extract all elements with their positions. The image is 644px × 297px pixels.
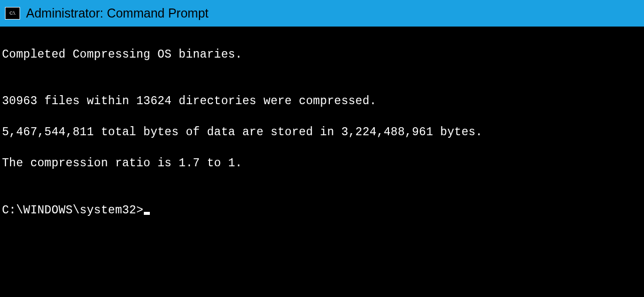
prompt-line: C:\WINDOWS\system32> <box>2 203 642 218</box>
output-line: Completed Compressing OS binaries. <box>2 47 642 63</box>
window-title: Administrator: Command Prompt <box>26 6 208 21</box>
titlebar[interactable]: C:\. Administrator: Command Prompt <box>0 0 644 27</box>
terminal[interactable]: Completed Compressing OS binaries. 30963… <box>0 27 644 236</box>
output-line: 30963 files within 13624 directories wer… <box>2 94 642 109</box>
cmd-icon: C:\. <box>5 7 20 20</box>
cursor <box>144 212 150 215</box>
prompt-text: C:\WINDOWS\system32> <box>2 203 143 218</box>
output-line: The compression ratio is 1.7 to 1. <box>2 156 642 171</box>
output-line: 5,467,544,811 total bytes of data are st… <box>2 125 642 140</box>
